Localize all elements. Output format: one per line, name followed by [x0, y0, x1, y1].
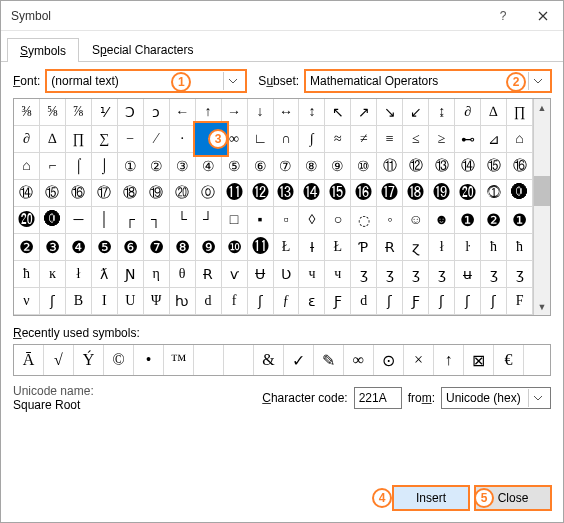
- grid-cell[interactable]: d: [351, 288, 377, 315]
- grid-cell[interactable]: B: [66, 288, 92, 315]
- grid-cell[interactable]: ⌂: [507, 126, 533, 153]
- grid-cell[interactable]: └: [170, 207, 196, 234]
- grid-cell[interactable]: ❽: [170, 234, 196, 261]
- close-window-button[interactable]: [523, 1, 563, 31]
- grid-cell[interactable]: ⌡: [92, 153, 118, 180]
- grid-cell[interactable]: ƕ: [170, 288, 196, 315]
- grid-cell[interactable]: ≠: [351, 126, 377, 153]
- grid-cell[interactable]: ⑪: [377, 153, 403, 180]
- grid-cell[interactable]: □: [222, 207, 248, 234]
- grid-cell[interactable]: ◌: [351, 207, 377, 234]
- grid-cell[interactable]: ─: [66, 207, 92, 234]
- grid-cell[interactable]: F: [507, 288, 533, 315]
- recent-symbol[interactable]: ⊙: [374, 345, 404, 375]
- recent-symbol[interactable]: &: [254, 345, 284, 375]
- grid-cell[interactable]: ν: [14, 288, 40, 315]
- grid-cell[interactable]: ❹: [66, 234, 92, 261]
- grid-cell[interactable]: ⌂: [14, 153, 40, 180]
- grid-cell[interactable]: ⓪: [196, 180, 222, 207]
- grid-cell[interactable]: Ƒ: [325, 288, 351, 315]
- grid-cell[interactable]: ▪: [248, 207, 274, 234]
- grid-cell[interactable]: ч: [299, 261, 325, 288]
- scroll-thumb[interactable]: [534, 176, 550, 206]
- grid-cell[interactable]: Ↄ: [118, 99, 144, 126]
- grid-cell[interactable]: f: [222, 288, 248, 315]
- grid-cell[interactable]: ②: [144, 153, 170, 180]
- grid-cell[interactable]: ☺: [403, 207, 429, 234]
- grid-cell[interactable]: ◊: [299, 207, 325, 234]
- grid-cell[interactable]: ⑧: [299, 153, 325, 180]
- grid-cell[interactable]: ʉ: [455, 261, 481, 288]
- grid-cell[interactable]: ↔: [274, 99, 300, 126]
- grid-cell[interactable]: ∏: [66, 126, 92, 153]
- grid-cell[interactable]: Ɨ: [299, 234, 325, 261]
- grid-cell[interactable]: ⅝: [40, 99, 66, 126]
- grid-cell[interactable]: ⓿: [507, 180, 533, 207]
- grid-cell[interactable]: ∫: [299, 126, 325, 153]
- grid-cell[interactable]: ⅞: [66, 99, 92, 126]
- grid-cell[interactable]: ❸: [40, 234, 66, 261]
- symbol-grid[interactable]: ⅜⅝⅞⅟Ↄↄ←↑→↓↔↕↖↗↘↙↨∂∆∏∂∆∏∑−∕∙√∞∟∩∫≈≠≡≤≥⊷⊿⌂…: [13, 98, 551, 316]
- grid-cell[interactable]: ❷: [481, 207, 507, 234]
- grid-cell[interactable]: −: [118, 126, 144, 153]
- grid-cell[interactable]: Ɍ: [196, 261, 222, 288]
- scroll-down-icon[interactable]: ▼: [534, 298, 550, 315]
- grid-cell[interactable]: ❺: [92, 234, 118, 261]
- grid-cell[interactable]: Ƒ: [403, 288, 429, 315]
- grid-cell[interactable]: ⌐: [40, 153, 66, 180]
- grid-cell[interactable]: ⑯: [507, 153, 533, 180]
- grid-cell[interactable]: ĸ: [40, 261, 66, 288]
- grid-cell[interactable]: ⓫: [222, 180, 248, 207]
- grid-cell[interactable]: ❼: [144, 234, 170, 261]
- recent-symbol[interactable]: ↑: [434, 345, 464, 375]
- grid-cell[interactable]: ⓵: [481, 180, 507, 207]
- grid-cell[interactable]: ↕: [299, 99, 325, 126]
- grid-cell[interactable]: I: [92, 288, 118, 315]
- grid-cell[interactable]: ❶: [507, 207, 533, 234]
- grid-cell[interactable]: ʒ: [377, 261, 403, 288]
- recent-symbol[interactable]: ∞: [344, 345, 374, 375]
- grid-cell[interactable]: ⑱: [118, 180, 144, 207]
- grid-cell[interactable]: ч: [325, 261, 351, 288]
- grid-cell[interactable]: Ʉ: [248, 261, 274, 288]
- grid-cell[interactable]: ∂: [14, 126, 40, 153]
- grid-cell[interactable]: ◦: [377, 207, 403, 234]
- grid-cell[interactable]: ⅜: [14, 99, 40, 126]
- grid-cell[interactable]: ƛ: [92, 261, 118, 288]
- grid-cell[interactable]: ⓯: [325, 180, 351, 207]
- grid-cell[interactable]: ⑭: [14, 180, 40, 207]
- grid-cell[interactable]: ≤: [403, 126, 429, 153]
- grid-cell[interactable]: ❶: [455, 207, 481, 234]
- grid-cell[interactable]: ⓫: [248, 234, 274, 261]
- grid-cell[interactable]: ł: [66, 261, 92, 288]
- recent-symbol[interactable]: ⊠: [464, 345, 494, 375]
- grid-cell[interactable]: η: [144, 261, 170, 288]
- char-code-input[interactable]: [354, 387, 402, 409]
- grid-cell[interactable]: ⌠: [66, 153, 92, 180]
- font-combo[interactable]: (normal text) 1: [46, 70, 246, 92]
- grid-cell[interactable]: ↓: [248, 99, 274, 126]
- grid-cell[interactable]: ⑬: [429, 153, 455, 180]
- grid-cell[interactable]: ⑥: [248, 153, 274, 180]
- grid-cell[interactable]: ⑭: [455, 153, 481, 180]
- insert-button[interactable]: 4 Insert: [393, 486, 469, 510]
- recent-symbol[interactable]: •: [134, 345, 164, 375]
- grid-cell[interactable]: ⑲: [144, 180, 170, 207]
- grid-cell[interactable]: ⓬: [248, 180, 274, 207]
- grid-cell[interactable]: ʒ: [507, 261, 533, 288]
- recent-symbol[interactable]: ✓: [284, 345, 314, 375]
- grid-cell[interactable]: ∆: [481, 99, 507, 126]
- grid-cell[interactable]: ←: [170, 99, 196, 126]
- grid-cell[interactable]: ∏: [507, 99, 533, 126]
- grid-cell[interactable]: Ł: [274, 234, 300, 261]
- grid-cell[interactable]: Ƥ: [351, 234, 377, 261]
- grid-cell[interactable]: ⑨: [325, 153, 351, 180]
- grid-cell[interactable]: Ɲ: [118, 261, 144, 288]
- recent-symbol[interactable]: €: [494, 345, 524, 375]
- recent-symbol[interactable]: ™: [164, 345, 194, 375]
- grid-cell[interactable]: ①: [118, 153, 144, 180]
- recent-symbol[interactable]: ©: [104, 345, 134, 375]
- grid-cell[interactable]: ⓲: [403, 180, 429, 207]
- grid-cell[interactable]: ŀ: [455, 234, 481, 261]
- grid-cell[interactable]: ʃ: [429, 288, 455, 315]
